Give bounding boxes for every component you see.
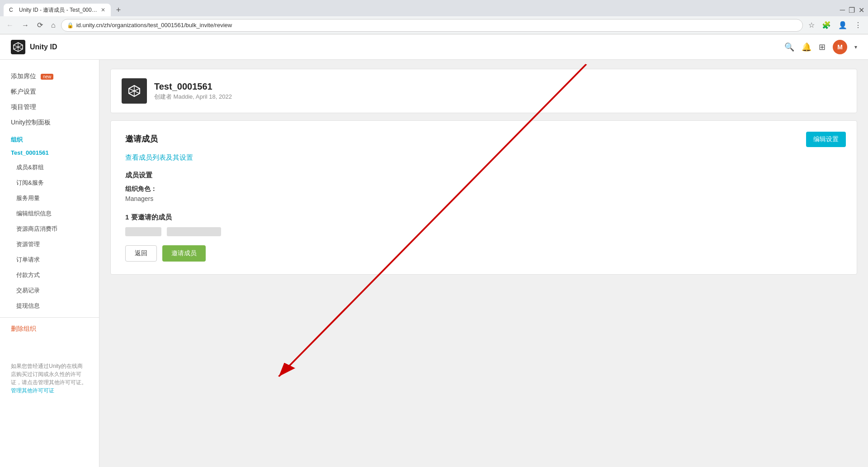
sidebar-label-project-management: 项目管理: [11, 103, 36, 111]
unity-logo-icon: [11, 40, 25, 54]
sidebar-label-org-name: Test_0001561: [11, 149, 49, 156]
sidebar-divider: [0, 317, 99, 318]
menu-button[interactable]: ⋮: [852, 19, 864, 31]
app-logo: Unity ID: [11, 40, 57, 54]
close-button[interactable]: ✕: [859, 6, 864, 14]
member-list-link[interactable]: 查看成员列表及其设置: [125, 153, 842, 162]
profile-button[interactable]: 👤: [835, 19, 850, 31]
sidebar-item-resource-management[interactable]: 资源管理: [0, 237, 99, 252]
tab-favicon: C: [9, 7, 15, 13]
back-button[interactable]: 返回: [125, 245, 157, 262]
org-role-label: 组织角色：: [125, 185, 842, 193]
address-text: id.unity.cn/zh/organizations/test_000156…: [76, 22, 797, 29]
back-nav-button[interactable]: ←: [4, 19, 16, 31]
sidebar-item-members-groups[interactable]: 成员&群组: [0, 160, 99, 175]
address-bar[interactable]: 🔒 id.unity.cn/zh/organizations/test_0001…: [61, 19, 803, 32]
org-avatar: [122, 78, 147, 104]
invite-button[interactable]: 邀请成员: [162, 245, 206, 262]
content-wrapper: Test_0001561 创建者 Maddie, April 18, 2022 …: [99, 60, 868, 467]
sidebar-item-org-name[interactable]: Test_0001561: [0, 146, 99, 160]
tab-bar: C Unity ID - 邀请成员 - Test_000… ✕ + ─ ❐ ✕: [0, 0, 868, 16]
minimize-button[interactable]: ─: [840, 6, 845, 14]
action-buttons: 返回 邀请成员: [125, 245, 842, 262]
org-meta: 创建者 Maddie, April 18, 2022: [154, 93, 232, 101]
sidebar-label-account-settings: 帐户设置: [11, 88, 36, 96]
edit-settings-button[interactable]: 编辑设置: [806, 132, 846, 147]
sidebar-item-unity-dashboard[interactable]: Unity控制面板: [0, 115, 99, 130]
avatar-dropdown-icon[interactable]: ▾: [854, 44, 857, 50]
main-layout: 添加席位 new 帐户设置 项目管理 Unity控制面板 组织 Test_000…: [0, 60, 868, 467]
blurred-block-1: [125, 227, 161, 236]
sidebar-label-unity-dashboard: Unity控制面板: [11, 119, 51, 127]
sidebar-item-transaction-history[interactable]: 交易记录: [0, 283, 99, 298]
header-actions: 🔍 🔔 ⊞ M ▾: [784, 40, 857, 54]
sidebar: 添加席位 new 帐户设置 项目管理 Unity控制面板 组织 Test_000…: [0, 60, 99, 467]
page-title: 邀请成员: [125, 133, 842, 144]
forward-nav-button[interactable]: →: [19, 19, 32, 31]
search-icon[interactable]: 🔍: [784, 42, 794, 52]
member-settings-title: 成员设置: [125, 171, 842, 180]
sidebar-footer-link[interactable]: 管理其他许可可证: [11, 387, 54, 394]
toolbar-actions: ☆ 🧩 👤 ⋮: [806, 19, 864, 31]
org-info: Test_0001561 创建者 Maddie, April 18, 2022: [154, 81, 232, 101]
active-tab[interactable]: C Unity ID - 邀请成员 - Test_000… ✕: [4, 4, 111, 16]
sidebar-item-delete-org[interactable]: 删除组织: [0, 321, 99, 337]
blurred-user-row: [125, 227, 842, 236]
app-container: Unity ID 🔍 🔔 ⊞ M ▾ 添加席位 new 帐户设置 项目管理: [0, 34, 868, 467]
new-tab-button[interactable]: +: [113, 5, 125, 15]
sidebar-item-order-request[interactable]: 订单请求: [0, 252, 99, 267]
sidebar-item-edit-org-info[interactable]: 编辑组织信息: [0, 206, 99, 221]
reload-button[interactable]: ⟳: [34, 19, 46, 31]
sidebar-item-withdrawal-info[interactable]: 提现信息: [0, 298, 99, 314]
grid-icon[interactable]: ⊞: [819, 42, 826, 52]
extensions-button[interactable]: 🧩: [819, 19, 834, 31]
org-header-card: Test_0001561 创建者 Maddie, April 18, 2022: [110, 69, 857, 113]
invite-count: 1 要邀请的成员: [125, 213, 842, 222]
home-button[interactable]: ⌂: [48, 19, 58, 31]
sidebar-footer: 如果您曾经通过Unity的在线商店购买过订阅或永久性的许可证，请点击管理其他许可…: [0, 355, 99, 402]
sidebar-item-service-usage[interactable]: 服务用量: [0, 191, 99, 206]
org-role-value: Managers: [125, 195, 842, 202]
tab-close-button[interactable]: ✕: [101, 7, 105, 13]
sidebar-label-add-seat: 添加席位: [11, 72, 36, 81]
sidebar-item-asset-store[interactable]: 资源商店消费币: [0, 221, 99, 237]
org-name-heading: Test_0001561: [154, 81, 232, 92]
app-logo-text: Unity ID: [30, 43, 57, 51]
lock-icon: 🔒: [67, 22, 74, 29]
sidebar-org-section-label: 组织: [0, 130, 99, 146]
browser-toolbar: ← → ⟳ ⌂ 🔒 id.unity.cn/zh/organizations/t…: [0, 16, 868, 34]
avatar[interactable]: M: [833, 40, 847, 54]
tab-title: Unity ID - 邀请成员 - Test_000…: [19, 6, 97, 14]
sidebar-item-payment-method[interactable]: 付款方式: [0, 267, 99, 283]
sidebar-item-account-settings[interactable]: 帐户设置: [0, 84, 99, 100]
notification-bell-icon[interactable]: 🔔: [802, 42, 811, 52]
sidebar-item-project-management[interactable]: 项目管理: [0, 100, 99, 115]
sidebar-item-add-seat[interactable]: 添加席位 new: [0, 69, 99, 84]
browser-window: C Unity ID - 邀请成员 - Test_000… ✕ + ─ ❐ ✕ …: [0, 0, 868, 34]
new-badge: new: [41, 74, 53, 80]
content-area: Test_0001561 创建者 Maddie, April 18, 2022 …: [99, 60, 868, 467]
restore-button[interactable]: ❐: [849, 6, 855, 14]
blurred-block-2: [167, 227, 221, 236]
app-header: Unity ID 🔍 🔔 ⊞ M ▾: [0, 34, 868, 60]
sidebar-item-subscriptions[interactable]: 订阅&服务: [0, 175, 99, 191]
invite-members-card: 邀请成员 查看成员列表及其设置 编辑设置 成员设置 组织角色： Managers…: [110, 120, 857, 275]
bookmark-button[interactable]: ☆: [806, 19, 817, 31]
